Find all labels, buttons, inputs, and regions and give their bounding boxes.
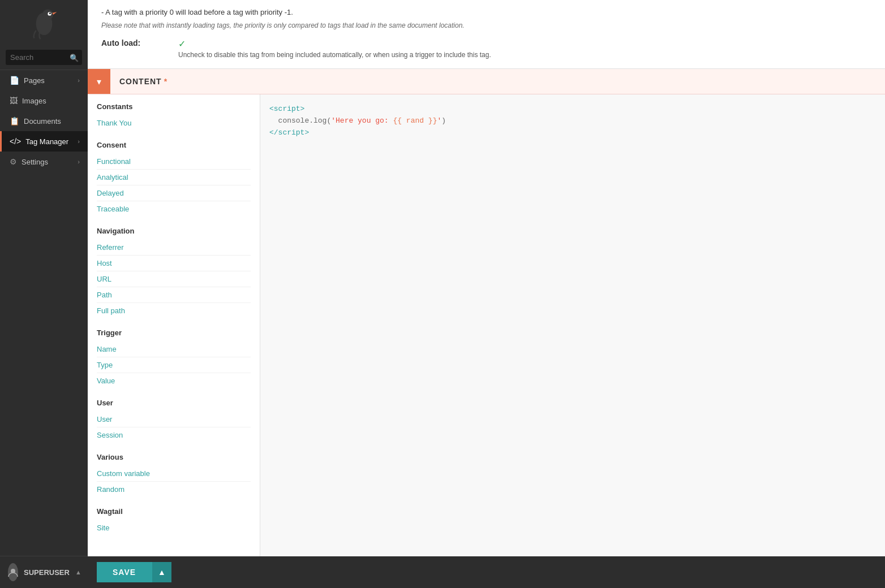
navigation-section: Navigation Referrer Host URL Path Full p…: [88, 219, 260, 321]
settings-icon: ⚙: [10, 157, 17, 166]
documents-icon: 📋: [10, 116, 19, 126]
variables-panel: Constants Thank You Consent Functional A…: [88, 94, 260, 556]
body-area: Constants Thank You Consent Functional A…: [88, 94, 885, 556]
sidebar-item-pages[interactable]: 📄 Pages ›: [0, 70, 88, 90]
collapse-icon: ▾: [97, 76, 101, 87]
expand-icon: ▲: [158, 568, 166, 577]
sidebar-item-images[interactable]: 🖼 Images: [0, 90, 88, 111]
navigation-title: Navigation: [97, 227, 251, 235]
sidebar-item-label: Documents: [24, 117, 61, 126]
sidebar-item-label: Pages: [24, 76, 45, 85]
code-close-paren: ): [441, 116, 446, 125]
various-section: Various Custom variable Random: [88, 445, 260, 499]
sidebar-nav: 📄 Pages › 🖼 Images 📋 Documents </> Tag M…: [0, 70, 88, 556]
var-item-path[interactable]: Path: [97, 287, 251, 303]
var-item-delayed[interactable]: Delayed: [97, 185, 251, 201]
search-container: 🔍: [0, 45, 88, 70]
chevron-right-icon: ›: [78, 77, 80, 84]
var-item-full-path[interactable]: Full path: [97, 303, 251, 318]
var-item-functional[interactable]: Functional: [97, 154, 251, 170]
required-star: *: [164, 77, 167, 86]
var-item-traceable[interactable]: Traceable: [97, 201, 251, 217]
images-icon: 🖼: [10, 96, 18, 105]
auto-load-label: Auto load:: [101, 38, 169, 47]
var-item-random[interactable]: Random: [97, 482, 251, 497]
auto-load-right: ✓ Uncheck to disable this tag from being…: [178, 38, 491, 60]
code-open-script-tag: <script>: [269, 105, 304, 113]
var-item-user[interactable]: User: [97, 412, 251, 427]
chevron-up-icon[interactable]: ▲: [75, 569, 81, 576]
sidebar: 🔍 📄 Pages › 🖼 Images 📋 Documents </>: [0, 0, 88, 588]
var-item-host[interactable]: Host: [97, 256, 251, 271]
constants-section: Constants Thank You: [88, 94, 260, 133]
trigger-section: Trigger Name Type Value: [88, 321, 260, 391]
code-console-log: console.log(: [278, 116, 332, 125]
consent-section: Consent Functional Analytical Delayed Tr…: [88, 133, 260, 219]
pages-icon: 📄: [10, 76, 19, 85]
var-item-analytical[interactable]: Analytical: [97, 170, 251, 185]
var-item-thank-you[interactable]: Thank You: [97, 115, 251, 131]
auto-load-checkmark: ✓: [178, 38, 491, 49]
sidebar-item-label: Settings: [22, 158, 48, 166]
trigger-title: Trigger: [97, 328, 251, 337]
content-header: ▾ CONTENT*: [88, 69, 885, 94]
code-close-script-tag: </script>: [269, 128, 309, 137]
avatar: [8, 563, 18, 581]
top-content: - A tag with a priority 0 will load befo…: [88, 0, 885, 69]
code-variable: {{ rand }}: [393, 116, 437, 125]
var-item-session[interactable]: Session: [97, 427, 251, 443]
chevron-right-icon: ›: [78, 158, 80, 165]
chevron-right-icon: ›: [78, 138, 80, 145]
save-bar: SAVE ▲: [88, 556, 885, 588]
wagtail-section: Wagtail Site: [88, 499, 260, 538]
wagtail-title: Wagtail: [97, 507, 251, 516]
wagtail-logo-icon: [30, 6, 58, 40]
priority-detail: Please note that with instantly loading …: [101, 20, 871, 31]
priority-note: - A tag with a priority 0 will load befo…: [101, 7, 871, 31]
main-content: - A tag with a priority 0 will load befo…: [88, 0, 885, 588]
code-editor[interactable]: <script> console.log('Here you go: {{ ra…: [260, 94, 885, 556]
search-button[interactable]: 🔍: [70, 53, 79, 62]
code-string: 'Here you go:: [331, 116, 393, 125]
constants-title: Constants: [97, 102, 251, 111]
code-block[interactable]: <script> console.log('Here you go: {{ ra…: [269, 103, 876, 139]
var-item-value[interactable]: Value: [97, 373, 251, 388]
var-item-referrer[interactable]: Referrer: [97, 240, 251, 256]
save-expand-button[interactable]: ▲: [152, 562, 171, 582]
tag-manager-icon: </>: [10, 137, 21, 146]
var-item-name[interactable]: Name: [97, 341, 251, 357]
user-section: User User Session: [88, 391, 260, 445]
auto-load-desc: Uncheck to disable this tag from being i…: [178, 50, 491, 60]
var-item-site[interactable]: Site: [97, 520, 251, 535]
priority-line: - A tag with a priority 0 will load befo…: [101, 8, 293, 16]
various-title: Various: [97, 453, 251, 461]
content-title: CONTENT*: [110, 77, 177, 86]
var-item-url[interactable]: URL: [97, 271, 251, 287]
user-title: User: [97, 399, 251, 407]
collapse-button[interactable]: ▾: [88, 69, 110, 94]
auto-load-row: Auto load: ✓ Uncheck to disable this tag…: [101, 38, 871, 60]
sidebar-item-settings[interactable]: ⚙ Settings ›: [0, 152, 88, 172]
sidebar-item-label: Tag Manager: [25, 137, 68, 146]
content-title-text: CONTENT: [119, 77, 162, 86]
logo: [0, 0, 88, 45]
sidebar-item-label: Images: [22, 97, 46, 105]
sidebar-item-tag-manager[interactable]: </> Tag Manager ›: [0, 131, 88, 152]
save-button[interactable]: SAVE: [97, 562, 152, 582]
svg-point-3: [49, 12, 50, 14]
svg-point-1: [42, 9, 53, 20]
superuser-label: SUPERUSER: [24, 568, 70, 577]
var-item-custom-variable[interactable]: Custom variable: [97, 466, 251, 482]
consent-title: Consent: [97, 141, 251, 149]
sidebar-footer: SUPERUSER ▲: [0, 556, 88, 588]
var-item-type[interactable]: Type: [97, 357, 251, 373]
sidebar-item-documents[interactable]: 📋 Documents: [0, 111, 88, 131]
